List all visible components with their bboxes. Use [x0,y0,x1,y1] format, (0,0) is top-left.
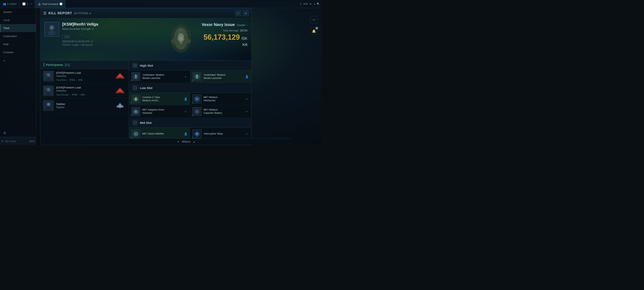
back-icon[interactable]: ↩ [310,16,318,23]
module-person-action[interactable]: 👤 [184,97,188,101]
svg-point-18 [47,74,50,76]
module-cell[interactable]: 1 MK7 Medium Afterburner × [190,93,251,105]
pilot-info: [KSM]Renfri Vellga Warp Scramble Strengt… [62,22,247,46]
ship-icon-ashimmu [114,72,126,80]
percent-stat: 34% [80,93,85,96]
module-name: MK7 Adaptive Armor Hardener [142,108,182,115]
panel-id: [ID:7079345] ⧉ [74,12,91,15]
participant-info: Stabber Stabber [56,103,112,109]
pvp-icon: ⚔ [300,3,302,5]
module-cell[interactable]: 1 Corelum C-Type Medium Armor... 👤 [129,93,190,105]
module-cell[interactable]: 1 'Interruptive' Warp × [190,128,251,138]
svg-point-28 [47,88,50,91]
high-slot-modules: 1 'Undertaker' Medium Missile Launcher × [129,71,251,83]
fleet-tab[interactable]: 👥 3 FLEET [0,0,20,8]
filter-icon[interactable]: ⊿ [313,3,315,5]
participant-avatar [43,86,54,96]
sidebar-item-system[interactable]: System [0,8,36,16]
participant-avatar [43,71,54,81]
speed-up-button[interactable]: ▲ [192,140,196,144]
module-cell[interactable]: 1 + MK7 Medium Capacitor Battery × [190,105,251,118]
participant-info: [GIVE]Freedom Load Ashimmu Top Damage | … [56,86,112,96]
module-cell[interactable]: 1 MK7 Adaptive Armor Hardener × [129,105,190,118]
module-image [132,72,140,81]
window-tab[interactable]: ⬜ 2 ✕ [20,0,35,8]
command-tab-label: Fleet Command [42,3,58,5]
panel-body: Participants [21] [GIVE]Freedom Load [40,61,251,138]
clock-icon: 🕐 [59,3,62,6]
module-close-action[interactable]: × [245,110,249,114]
module-cell[interactable]: 1 'Undertaker' Medium Missile Launcher 👤 [190,71,251,83]
percent-stat: 34% [78,79,82,81]
sidebar-item-corporation[interactable]: Corporation [0,32,36,40]
chat-input-area: ≡ Tap to type Send [0,137,36,145]
svg-marker-39 [118,103,122,108]
close-button[interactable]: ✕ [243,11,248,16]
anchor-icon: ⚓ [38,3,41,6]
ship-icon-stabber [114,102,126,110]
pilot-date: 2022/04/30 11:46:49 UTC -5 [62,40,247,43]
module-close-action[interactable]: × [245,132,249,136]
low-slot-modules: 1 Corelum C-Type Medium Armor... 👤 [129,93,251,118]
notification-icon[interactable]: 🔔 5 [310,27,318,35]
mid-slot-icon [132,120,138,125]
speed-down-button[interactable]: ▼ [176,140,180,144]
chat-menu-icon[interactable]: ≡ [2,140,3,143]
sidebar-item-contacts[interactable]: Contacts [0,48,36,56]
panel-menu-icon[interactable]: ☰ [43,11,46,16]
module-cell[interactable]: 1 'Undertaker' Medium Missile Launcher × [129,71,190,83]
dropdown-icon[interactable]: ▼ [310,3,312,5]
module-image [192,72,202,81]
sidebar-item-help[interactable]: Help [0,40,36,48]
module-qty: 1 [130,102,132,104]
svg-rect-49 [136,75,136,76]
participant-row[interactable]: [GIVE]Freedom Load Ashimmu Final Blow | … [40,69,129,84]
participant-ship: Ashimmu [56,89,112,92]
kill-report-panel: ☰ KILL REPORT [ID:7079345] ⧉ ⬡ ✕ [40,8,252,145]
high-slot-icon [132,63,138,68]
right-panel: ↩ 🔔 5 [306,8,322,145]
pilot-kills: 1 Kill [62,35,71,39]
mid-slot-header: Mid Slot [129,118,251,128]
chat-placeholder[interactable]: Tap to type [5,140,28,142]
speed-bar: ▼ 969m/s ▲ [81,138,292,145]
add-channel-button[interactable]: + [0,56,36,66]
nav-right: ⚔ PVP ▼ ⊿ 🔍 [300,3,322,5]
module-image [192,95,202,104]
copy-icon[interactable]: ⧉ [89,12,91,15]
participant-row[interactable]: [GIVE]Freedom Load Ashimmu Top Damage | … [40,84,129,98]
module-cell[interactable]: 1 MK7 Stasis Webifier 👤 [129,128,190,138]
search-icon[interactable]: 🔍 [317,3,320,5]
fleet-tab-label: FLEET [10,3,16,5]
top-navigation: 👥 3 FLEET ⬜ 2 ✕ ⚓ Fleet Command 🕐 ⚔ PVP … [0,0,322,8]
module-close-action[interactable]: × [184,110,188,114]
participant-row[interactable]: Stabber Stabber [40,98,129,113]
sidebar-item-fleet[interactable]: Fleet [0,24,36,32]
send-button[interactable]: Send [29,140,34,142]
settings-icon[interactable]: ⚙ [3,131,6,135]
export-button[interactable]: ⬡ [235,11,241,16]
module-close-action[interactable]: × [245,97,249,101]
sidebar-item-local[interactable]: Local [0,16,36,24]
participant-info: [GIVE]Freedom Load Ashimmu Final Blow | … [56,71,112,81]
participant-name: [GIVE]Freedom Load [56,86,112,89]
panel-title: KILL REPORT [48,12,72,15]
left-sidebar: System Local Fleet Corporation Help Cont… [0,8,36,145]
participants-title: Participants [46,63,63,67]
people-icon: 👥 [3,3,6,6]
svg-point-38 [47,103,50,106]
module-image [132,107,140,116]
command-tab[interactable]: ⚓ Fleet Command 🕐 [35,0,66,8]
module-close-action[interactable]: × [184,75,188,79]
module-image [192,130,202,138]
module-person-action[interactable]: 👤 [245,75,249,79]
module-person-action[interactable]: 👤 [184,132,188,136]
speed-value: 969m/s [182,140,190,143]
window-tab-count: 2 [27,3,28,5]
participant-stats: Top Damage | 8766 | 34% [56,93,112,96]
svg-rect-48 [135,75,137,78]
window-tab-close[interactable]: ✕ [30,3,32,5]
module-name: 'Undertaker' Medium Missile Launcher [142,74,182,80]
notification-badge: 5 [315,27,318,30]
ship-icon-ashimmu2 [114,87,126,95]
